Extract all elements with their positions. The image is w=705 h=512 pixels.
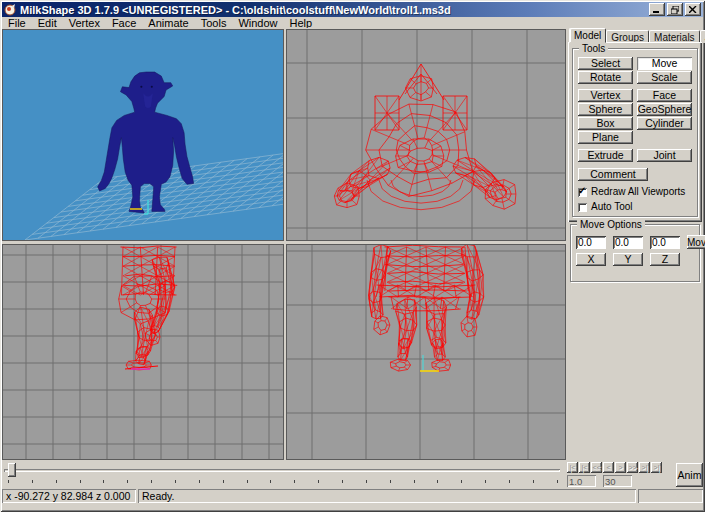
ruler-tick [318,480,319,483]
ruler-tick [366,480,367,483]
last-frame-button[interactable]: >| [651,462,662,473]
current-frame-field[interactable] [567,475,596,487]
tool-button-sphere[interactable]: Sphere [578,103,633,116]
axis-button-y[interactable]: Y [613,253,643,266]
ruler-tick [103,480,104,483]
tool-button-joint[interactable]: Joint [637,149,692,162]
close-button[interactable] [685,3,701,16]
move-value-field-z[interactable] [650,236,680,249]
viewport-area [2,28,568,462]
next-key-button[interactable]: >| [639,462,650,473]
move-fields-row: Move [576,235,694,249]
window-controls [649,3,701,16]
tool-button-rotate[interactable]: Rotate [578,71,633,84]
panel-tabs: ModelGroupsMaterialsJoints [569,28,703,43]
tab-model[interactable]: Model [569,28,606,43]
status-extra-panel [638,489,703,503]
viewport-front-wireframe[interactable] [286,244,566,460]
timeline-ruler[interactable] [8,480,558,486]
ruler-tick [509,480,510,483]
tool-button-box[interactable]: Box [578,117,633,130]
ruler-tick [127,480,128,483]
tool-button-face[interactable]: Face [637,89,692,102]
tool-button-geosphere[interactable]: GeoSphere [637,103,692,116]
fast-rewind-button[interactable]: << [591,462,602,473]
ruler-tick [533,480,534,483]
tool-checkboxes: ✓Redraw All ViewportsAuto Tool [578,187,692,212]
restore-button[interactable] [667,3,683,16]
model-tab-page: Tools SelectMoveRotateScaleVertexFaceSph… [568,42,702,222]
tools-groupbox: Tools SelectMoveRotateScaleVertexFaceSph… [572,48,698,217]
milkshape-window: MilkShape 3D 1.7.9 <UNREGISTERED> - C:\o… [0,0,705,512]
next-frame-button[interactable]: > [615,462,626,473]
side-panel: ModelGroupsMaterialsJoints Tools SelectM… [568,28,703,462]
tool-button-plane[interactable]: Plane [578,131,633,144]
tool-button-move[interactable]: Move [637,57,692,70]
status-message: Ready. [138,489,636,503]
ruler-tick [56,480,57,483]
checkbox-auto-tool[interactable] [578,203,587,212]
window-title: MilkShape 3D 1.7.9 <UNREGISTERED> - C:\o… [20,4,451,16]
status-bar: x -90.272 y 82.984 z 0.000 Ready. [2,488,703,504]
timeline-slider-thumb[interactable] [8,463,16,477]
axis-buttons-row: XYZ [576,253,694,266]
ruler-tick [32,480,33,483]
checkbox-row-auto-tool: Auto Tool [578,202,692,212]
playback-controls: |<|<<<<>>>>|>| Anim [565,462,703,488]
playback-fields [567,475,632,487]
move-options-label: Move Options [577,219,645,230]
ruler-tick [8,480,9,483]
checkbox-label-redraw-all-viewports: Redraw All Viewports [591,187,685,197]
minimize-button[interactable] [649,3,665,16]
ruler-tick [223,480,224,483]
tool-button-scale[interactable]: Scale [637,71,692,84]
move-apply-button[interactable]: Move [687,235,705,249]
move-options-groupbox: Move Options Move XYZ [570,224,700,282]
status-coordinates: x -90.272 y 82.984 z 0.000 [2,489,136,503]
titlebar[interactable]: MilkShape 3D 1.7.9 <UNREGISTERED> - C:\o… [2,2,703,17]
viewport-side-wireframe[interactable] [2,244,284,460]
playback-buttons: |<|<<<<>>>>|>| [567,462,662,473]
ruler-tick [294,480,295,483]
viewport-3d-perspective[interactable] [2,29,284,241]
ruler-tick [247,480,248,483]
tools-group-label: Tools [579,43,608,54]
prev-key-button[interactable]: |< [579,462,590,473]
checkbox-label-auto-tool: Auto Tool [591,202,633,212]
tool-button-extrude[interactable]: Extrude [578,149,633,162]
ruler-tick [485,480,486,483]
ruler-tick [151,480,152,483]
app-icon [4,3,17,16]
ruler-tick [461,480,462,483]
tool-button-select[interactable]: Select [578,57,633,70]
check-mark-icon: ✓ [578,185,586,196]
ruler-tick [270,480,271,483]
anim-toggle-button[interactable]: Anim [676,463,703,487]
ruler-tick [557,480,558,483]
ruler-tick [414,480,415,483]
checkbox-redraw-all-viewports[interactable]: ✓ [578,188,587,197]
tool-buttons: SelectMoveRotateScaleVertexFaceSphereGeo… [578,57,692,162]
first-frame-button[interactable]: |< [567,462,578,473]
axis-button-z[interactable]: Z [650,253,680,266]
move-value-field-y[interactable] [613,236,643,249]
timeline-track[interactable] [4,469,560,472]
tool-button-vertex[interactable]: Vertex [578,89,633,102]
ruler-tick [437,480,438,483]
ruler-tick [175,480,176,483]
total-frames-field[interactable] [603,475,632,487]
comment-button[interactable]: Comment [578,168,648,181]
ruler-tick [80,480,81,483]
ruler-tick [199,480,200,483]
prev-frame-button[interactable]: < [603,462,614,473]
ruler-tick [342,480,343,483]
tool-button-cylinder[interactable]: Cylinder [637,117,692,130]
ruler-tick [390,480,391,483]
fast-forward-button[interactable]: >> [627,462,638,473]
move-value-field-x[interactable] [576,236,606,249]
timeline-bar: |<|<<<<>>>>|>| Anim [2,462,703,488]
axis-button-x[interactable]: X [576,253,606,266]
viewport-top-wireframe[interactable] [286,29,566,241]
checkbox-row-redraw-all-viewports: ✓Redraw All Viewports [578,187,692,197]
